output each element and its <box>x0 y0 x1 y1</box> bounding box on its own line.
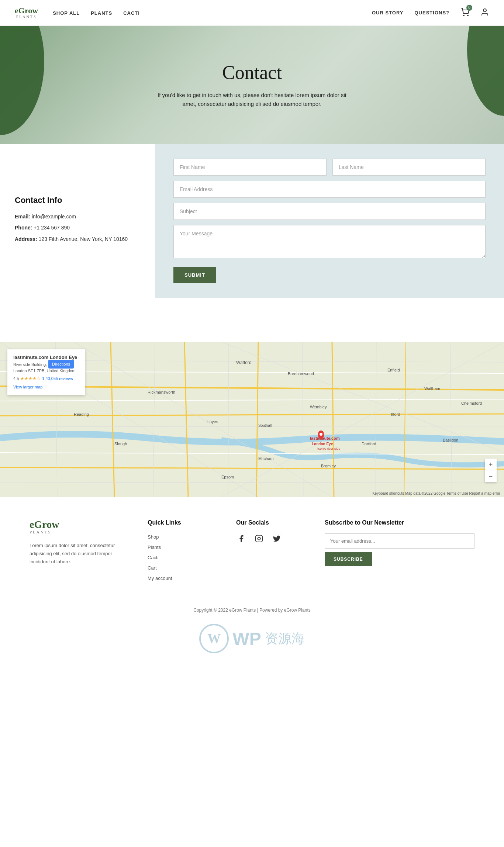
svg-point-0 <box>463 15 464 16</box>
directions-button[interactable]: Directions <box>48 360 74 369</box>
contact-section: Contact Info Email: info@example.com Pho… <box>0 144 504 298</box>
map-card-rating: 4.5 ★★★★☆ 1,40,055 reviews <box>13 376 79 381</box>
svg-text:Wembley: Wembley <box>310 405 327 409</box>
nav-plants[interactable]: PLANTS <box>91 10 112 16</box>
quick-links-list: Shop Plants Cacti Cart My account <box>148 533 221 581</box>
newsletter-title: Subscribe to Our Newsletter <box>325 519 474 526</box>
last-name-input[interactable] <box>332 159 486 176</box>
navbar: eGrow PLANTS SHOP ALL PLANTS CACTI OUR S… <box>0 0 504 26</box>
svg-text:London Eye: London Eye <box>312 442 333 446</box>
socials-title: Our Socials <box>236 519 310 526</box>
contact-info-title: Contact Info <box>15 196 140 205</box>
svg-text:Basildon: Basildon <box>443 438 458 442</box>
svg-text:Enfield: Enfield <box>387 368 400 372</box>
hero-content: Contact If you'd like to get in touch wi… <box>156 62 348 108</box>
view-larger-map-link[interactable]: View larger map <box>13 385 42 389</box>
svg-text:Waltham: Waltham <box>424 386 440 391</box>
map-card-title: lastminute.com London Eye <box>13 355 79 360</box>
quick-links-title: Quick Links <box>148 519 221 526</box>
svg-text:Rickmansworth: Rickmansworth <box>148 390 175 394</box>
social-icons-row <box>236 533 310 544</box>
footer-newsletter: Subscribe to Our Newsletter SUBSCRIBE <box>325 519 474 585</box>
copyright: Copyright © 2022 eGrow Plants | Powered … <box>30 608 474 613</box>
footer-link-cart[interactable]: Cart <box>148 565 157 571</box>
contact-form-area: SUBMIT <box>155 144 504 298</box>
stars-icon: ★★★★☆ <box>20 376 41 381</box>
nav-shop-all[interactable]: SHOP ALL <box>53 10 80 16</box>
nav-our-story[interactable]: OUR STORY <box>372 10 404 15</box>
svg-text:Borehamwood: Borehamwood <box>288 371 314 376</box>
footer-link-plants[interactable]: Plants <box>148 544 161 550</box>
svg-text:Chelmsford: Chelmsford <box>461 401 482 405</box>
zoom-out-button[interactable]: − <box>485 470 497 482</box>
instagram-link[interactable] <box>254 533 264 544</box>
wp-circle-logo: W <box>199 624 229 653</box>
svg-text:Bromley: Bromley <box>321 464 336 468</box>
footer-logo-egrow: eGrow <box>30 519 133 530</box>
svg-rect-50 <box>256 535 262 542</box>
facebook-icon <box>237 535 245 543</box>
email-input[interactable] <box>173 181 486 198</box>
svg-text:Watford: Watford <box>236 360 252 365</box>
footer-link-myaccount[interactable]: My account <box>148 575 172 581</box>
first-name-input[interactable] <box>173 159 327 176</box>
submit-button[interactable]: SUBMIT <box>173 267 216 283</box>
footer: eGrow PLANTS Lorem ipsum dolor sit amet,… <box>0 497 504 664</box>
nav-questions[interactable]: QUESTIONS? <box>414 10 449 15</box>
svg-point-49 <box>320 433 322 436</box>
map-section: Watford Rickmansworth Borehamwood Enfiel… <box>0 320 504 497</box>
nav-cacti[interactable]: CACTI <box>123 10 140 16</box>
logo[interactable]: eGrow PLANTS <box>15 7 38 19</box>
subscribe-button[interactable]: SUBSCRIBE <box>325 552 372 566</box>
svg-text:Epsom: Epsom <box>221 475 234 479</box>
footer-brand: eGrow PLANTS Lorem ipsum dolor sit amet,… <box>30 519 133 585</box>
name-row <box>173 159 486 176</box>
map-overlay-card: lastminute.com London Eye Riverside Buil… <box>7 349 85 395</box>
svg-text:Mitcham: Mitcham <box>258 456 274 461</box>
reviews-link[interactable]: 1,40,055 reviews <box>42 376 73 381</box>
instagram-icon <box>255 535 263 543</box>
footer-quick-links: Quick Links Shop Plants Cacti Cart My ac… <box>148 519 221 585</box>
twitter-link[interactable] <box>272 533 282 544</box>
contact-left: Contact Info Email: info@example.com Pho… <box>0 144 155 298</box>
hero-title: Contact <box>156 62 348 83</box>
svg-text:Ilford: Ilford <box>391 412 400 416</box>
svg-point-1 <box>467 15 468 16</box>
map-spacer <box>0 298 504 320</box>
cart-button[interactable]: 0 <box>460 8 469 18</box>
contact-email: Email: info@example.com <box>15 212 140 221</box>
svg-text:Reading: Reading <box>74 412 89 416</box>
footer-link-cacti[interactable]: Cacti <box>148 555 159 560</box>
message-input[interactable] <box>173 225 486 258</box>
logo-plants: PLANTS <box>16 15 37 19</box>
facebook-link[interactable] <box>236 533 246 544</box>
svg-point-2 <box>483 9 486 12</box>
footer-grid: eGrow PLANTS Lorem ipsum dolor sit amet,… <box>30 519 474 585</box>
cart-badge: 0 <box>466 5 472 11</box>
subject-row <box>173 203 486 220</box>
footer-socials: Our Socials <box>236 519 310 585</box>
user-icon[interactable] <box>480 8 489 18</box>
footer-link-shop[interactable]: Shop <box>148 534 159 540</box>
contact-address: Address: 123 Fifth Avenue, New York, NY … <box>15 235 140 243</box>
svg-text:Dartford: Dartford <box>362 442 376 446</box>
map-container[interactable]: Watford Rickmansworth Borehamwood Enfiel… <box>0 342 504 497</box>
footer-description: Lorem ipsum dolor sit amet, consectetur … <box>30 542 133 566</box>
hero-section: Contact If you'd like to get in touch wi… <box>0 26 504 144</box>
svg-text:Southall: Southall <box>258 424 272 428</box>
newsletter-input[interactable] <box>325 533 474 549</box>
twitter-icon <box>273 535 281 543</box>
subject-input[interactable] <box>173 203 486 220</box>
svg-text:Iconic river side: Iconic river side <box>317 447 341 450</box>
svg-text:Hayes: Hayes <box>207 419 218 424</box>
map-footer-text: Keyboard shortcuts Map data ©2022 Google… <box>372 491 500 495</box>
footer-logo-plants: PLANTS <box>30 530 133 534</box>
svg-text:Slough: Slough <box>114 442 127 446</box>
wp-watermark: W WP 资源海 <box>30 624 474 653</box>
email-row <box>173 181 486 198</box>
svg-text:lastminute.com: lastminute.com <box>310 436 340 440</box>
zoom-in-button[interactable]: + <box>485 459 497 470</box>
contact-phone: Phone: +1 234 567 890 <box>15 224 140 232</box>
footer-bottom: Copyright © 2022 eGrow Plants | Powered … <box>30 600 474 613</box>
message-row <box>173 225 486 258</box>
